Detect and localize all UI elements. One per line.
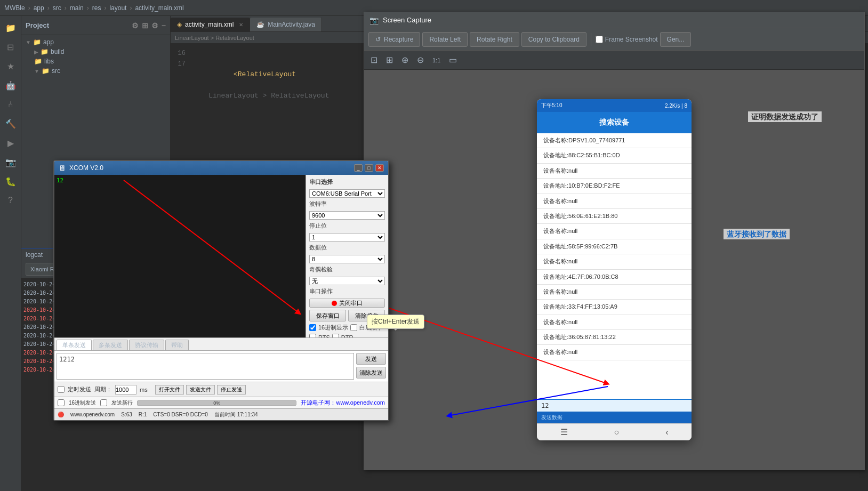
phone-device-item[interactable]: 设备名称:null bbox=[537, 194, 692, 209]
sidebar-icon-structure[interactable]: ⊟ bbox=[3, 39, 18, 54]
period-input[interactable] bbox=[115, 385, 136, 395]
frame-screenshot-label[interactable]: Frame Screenshot bbox=[596, 36, 658, 43]
phone-device-item[interactable]: 设备名称:null bbox=[537, 254, 692, 269]
port-name-label: www.openedv.com bbox=[70, 412, 115, 417]
sidebar-icon-project[interactable]: 📁 bbox=[3, 20, 18, 35]
xcom-minimize-button[interactable]: _ bbox=[354, 164, 363, 172]
white-bg-checkbox[interactable] bbox=[350, 324, 357, 331]
settings-icon[interactable]: ⚙ bbox=[151, 21, 158, 30]
send-file-button[interactable]: 发送文件 bbox=[186, 385, 215, 395]
zoom-out-icon[interactable]: ⊖ bbox=[417, 55, 424, 65]
breadcrumb-res[interactable]: res bbox=[92, 4, 101, 12]
dtr-checkbox[interactable] bbox=[332, 334, 339, 337]
tab-activity-xml[interactable]: ◈ activity_main.xml ✕ bbox=[171, 18, 250, 31]
tab-multi-send[interactable]: 多条发送 bbox=[93, 340, 128, 350]
split-icon[interactable]: ⊞ bbox=[142, 21, 148, 30]
xcom-maximize-button[interactable]: □ bbox=[365, 164, 373, 172]
phone-back-icon[interactable]: ‹ bbox=[665, 428, 668, 437]
tab-single-send[interactable]: 单条发送 bbox=[57, 340, 92, 350]
phone-device-item[interactable]: 设备名称:null bbox=[537, 315, 692, 330]
baud-select[interactable]: 9600 bbox=[309, 211, 385, 220]
expand-arrow-build: ▶ bbox=[34, 49, 38, 55]
sidebar-icon-camera[interactable]: 📷 bbox=[3, 155, 18, 170]
recapture-button[interactable]: ↺ Recapture bbox=[368, 32, 420, 47]
xcom-close-button[interactable]: ✕ bbox=[375, 164, 384, 172]
newline-checkbox[interactable] bbox=[100, 399, 107, 406]
tab-help[interactable]: 帮助 bbox=[165, 340, 189, 350]
send-input[interactable]: 1212 bbox=[57, 353, 354, 380]
gear-icon[interactable]: ⚙ bbox=[132, 21, 139, 30]
tab-mainactivity-java[interactable]: ☕ MainActivity.java bbox=[250, 18, 322, 31]
timer-send-checkbox[interactable] bbox=[58, 386, 65, 393]
hex-send-checkbox[interactable] bbox=[58, 399, 65, 406]
parity-select[interactable]: 无 bbox=[309, 277, 385, 285]
save-window-button[interactable]: 保存窗口 bbox=[309, 310, 346, 321]
phone-home-icon[interactable]: ○ bbox=[614, 428, 620, 437]
sidebar-icon-debug[interactable]: 🐛 bbox=[3, 174, 18, 189]
xcom-config-panel: 串口选择 COM6:USB Serial Port 波特率 9600 停止位 1… bbox=[306, 175, 388, 337]
close-icon-xml[interactable]: ✕ bbox=[239, 22, 243, 28]
left-sidebar-icons: 📁 ⊟ ★ 🤖 ⑃ 🔨 ▶ 📷 🐛 ? bbox=[0, 16, 21, 491]
stop-select[interactable]: 1 bbox=[309, 233, 385, 242]
copy-clipboard-button[interactable]: Copy to Clipboard bbox=[521, 32, 586, 47]
frame-screenshot-checkbox[interactable] bbox=[596, 36, 603, 43]
sidebar-icon-favorites[interactable]: ★ bbox=[3, 59, 18, 74]
phone-device-item[interactable]: 设备地址:36:05:87:81:13:22 bbox=[537, 330, 692, 345]
breadcrumb-main[interactable]: main bbox=[70, 4, 84, 12]
phone-device-item[interactable]: 设备名称:null bbox=[537, 345, 692, 360]
breadcrumb-src[interactable]: src bbox=[53, 4, 61, 12]
phone-device-item[interactable]: 设备名称:DPSV1.00_77409771 bbox=[537, 133, 692, 148]
phone-device-item[interactable]: 设备地址:58:5F:99:66:C2:7B bbox=[537, 239, 692, 254]
sidebar-icon-run[interactable]: ▶ bbox=[3, 135, 18, 150]
rts-checkbox[interactable] bbox=[309, 334, 316, 337]
minus-icon[interactable]: − bbox=[162, 21, 166, 30]
close-port-button[interactable]: 关闭串口 bbox=[309, 299, 385, 308]
hex-display-checkbox[interactable] bbox=[309, 324, 316, 331]
phone-bottom-bar[interactable]: ☰ ○ ‹ bbox=[537, 423, 692, 440]
tab-protocol-transfer[interactable]: 协议传输 bbox=[129, 340, 164, 350]
zoom-in-icon[interactable]: ⊕ bbox=[401, 55, 408, 65]
phone-content[interactable]: 设备名称:DPSV1.00_77409771 设备地址:88:C2:55:B1:… bbox=[537, 133, 692, 399]
data-bits-select[interactable]: 8 bbox=[309, 255, 385, 263]
breadcrumb-file[interactable]: activity_main.xml bbox=[135, 4, 183, 12]
tree-item-src[interactable]: ▼ 📁 src bbox=[21, 66, 170, 76]
clear-send-button[interactable]: 清除发送 bbox=[356, 367, 386, 379]
xcom-bottom-bar: 定时发送 周期： ms 打开文件 发送文件 停止发送 bbox=[54, 382, 388, 397]
fit-screen-icon[interactable]: ⊡ bbox=[371, 55, 377, 65]
actual-size-icon[interactable]: 1:1 bbox=[432, 57, 440, 63]
phone-device-item[interactable]: 设备名称:null bbox=[537, 164, 692, 179]
breadcrumb-mwble[interactable]: MWBle bbox=[4, 4, 25, 12]
phone-device-item[interactable]: 设备地址:88:C2:55:B1:BC:0D bbox=[537, 148, 692, 163]
openedv-link[interactable]: 开源电子网：www.openedv.com bbox=[301, 399, 385, 407]
serial-op-label: 串口操作 bbox=[309, 287, 333, 295]
xcom-serial-display: 12 bbox=[54, 175, 306, 337]
sidebar-icon-git[interactable]: ⑃ bbox=[3, 97, 18, 112]
rotate-right-button[interactable]: Rotate Right bbox=[470, 32, 519, 47]
breadcrumb-app[interactable]: app bbox=[34, 4, 44, 12]
rotate-left-button[interactable]: Rotate Left bbox=[422, 32, 468, 47]
fit-icon[interactable]: ▭ bbox=[449, 55, 457, 65]
phone-device-item[interactable]: 设备地址:33:F4:FF:13:05:A9 bbox=[537, 300, 692, 315]
grid-icon[interactable]: ⊞ bbox=[386, 55, 393, 65]
stop-send-button[interactable]: 停止发送 bbox=[217, 385, 246, 395]
phone-device-item[interactable]: 设备名称:null bbox=[537, 285, 692, 300]
java-file-icon: ☕ bbox=[256, 21, 264, 28]
folder-icon-src: 📁 bbox=[42, 67, 50, 75]
sidebar-icon-build[interactable]: 🔨 bbox=[3, 116, 18, 131]
gen-button[interactable]: Gen... bbox=[660, 32, 692, 47]
tree-item-build[interactable]: ▶ 📁 build bbox=[21, 47, 170, 57]
xcom-window: 🖥 XCOM V2.0 _ □ ✕ 12 串口选择 bbox=[53, 160, 389, 421]
sidebar-icon-android[interactable]: 🤖 bbox=[3, 78, 18, 93]
send-button[interactable]: 发送 bbox=[356, 353, 386, 365]
sidebar-icon-help[interactable]: ? bbox=[3, 193, 18, 208]
phone-device-item[interactable]: 设备地址:4E:7F:06:70:0B:C8 bbox=[537, 270, 692, 285]
tree-item-libs[interactable]: 📁 libs bbox=[21, 57, 170, 66]
port-select[interactable]: COM6:USB Serial Port bbox=[309, 189, 385, 198]
tree-item-app[interactable]: ▼ 📁 app bbox=[21, 37, 170, 47]
phone-device-item[interactable]: 设备名称:null bbox=[537, 224, 692, 239]
open-file-button[interactable]: 打开文件 bbox=[155, 385, 184, 395]
breadcrumb-layout[interactable]: layout bbox=[109, 4, 126, 12]
phone-device-item[interactable]: 设备地址:56:0E:61:E2:1B:80 bbox=[537, 209, 692, 224]
phone-menu-icon[interactable]: ☰ bbox=[560, 427, 568, 437]
phone-device-item[interactable]: 设备地址:10:B7:0E:BD:F2:FE bbox=[537, 179, 692, 194]
